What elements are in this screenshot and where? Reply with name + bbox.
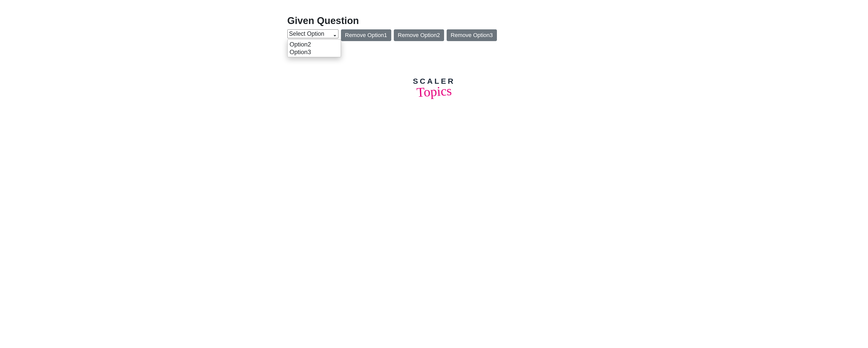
main-container: Given Question Select Option Option2 Opt…	[285, 15, 583, 41]
remove-option3-button[interactable]: Remove Option3	[446, 29, 497, 41]
dropdown-list: Option2 Option3	[287, 39, 341, 57]
controls-row: Select Option Option2 Option3 Remove Opt…	[287, 29, 581, 41]
dropdown-item-option3[interactable]: Option3	[288, 48, 341, 56]
select-wrapper: Select Option Option2 Option3	[287, 29, 338, 38]
dropdown-item-option2[interactable]: Option2	[288, 40, 341, 48]
chevron-down-icon	[333, 32, 337, 36]
remove-option2-button[interactable]: Remove Option2	[394, 29, 444, 41]
option-select[interactable]: Select Option	[287, 29, 338, 38]
page-title: Given Question	[287, 15, 581, 26]
select-placeholder: Select Option	[289, 30, 324, 37]
branding-logo: SCALER Topics	[0, 77, 868, 99]
brand-text-topics: Topics	[416, 83, 452, 99]
remove-option1-button[interactable]: Remove Option1	[341, 29, 391, 41]
